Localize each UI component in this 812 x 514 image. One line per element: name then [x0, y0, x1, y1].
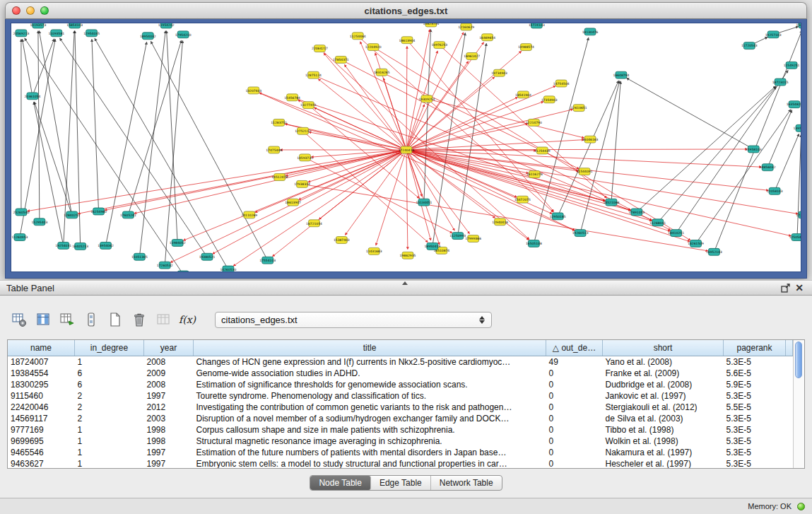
table-cell-in_degree[interactable]: 1 — [75, 356, 144, 368]
table-cell-name[interactable]: 19384554 — [8, 368, 75, 379]
table-row[interactable]: 946554611997Estimation of the future num… — [8, 447, 793, 458]
graph-node[interactable]: 22064217 — [312, 45, 328, 52]
table-cell-name[interactable]: 9115460 — [8, 390, 75, 402]
table-cell-short[interactable]: Tibbo et al. (1998) — [603, 424, 724, 436]
graph-edge[interactable] — [406, 150, 670, 231]
graph-edge[interactable] — [151, 42, 268, 261]
graph-edge[interactable] — [309, 132, 406, 150]
column-header-name[interactable]: name — [8, 340, 75, 356]
table-cell-in_degree[interactable]: 6 — [75, 379, 144, 390]
graph-node[interactable]: 16952103 — [706, 248, 722, 255]
table-cell-title[interactable]: Investigating the contribution of common… — [194, 402, 546, 413]
table-cell-out_degree[interactable]: 0 — [546, 436, 603, 447]
graph-node[interactable]: 17954210 — [175, 31, 192, 38]
graph-edge[interactable] — [139, 31, 165, 257]
graph-edge[interactable] — [134, 150, 406, 214]
graph-node[interactable]: 13954208 — [794, 124, 801, 132]
graph-edge[interactable] — [25, 38, 183, 271]
graph-node[interactable]: 11954202 — [158, 23, 175, 28]
graph-node[interactable]: 14593731 — [297, 154, 313, 161]
graph-edge[interactable] — [406, 33, 464, 150]
graph-node[interactable]: 14521068 — [604, 199, 620, 206]
graph-node[interactable]: 19309254 — [419, 95, 435, 103]
graph-node[interactable]: 12600541 — [175, 271, 192, 271]
graph-node[interactable]: 10193573 — [30, 23, 46, 28]
function-builder-button[interactable]: f(x) — [178, 310, 196, 329]
table-cell-name[interactable]: 22420046 — [8, 402, 75, 413]
graph-edge[interactable] — [78, 150, 406, 214]
table-cell-year[interactable]: 1997 — [144, 458, 194, 469]
table-cell-in_degree[interactable]: 1 — [75, 424, 144, 436]
graph-node[interactable]: 17999366 — [465, 235, 481, 243]
delete-table-button[interactable] — [130, 310, 148, 329]
graph-edge[interactable] — [293, 98, 631, 210]
graph-node[interactable]: 14754504 — [553, 80, 570, 87]
graph-node[interactable]: 11720543 — [741, 42, 758, 49]
graph-edge[interactable] — [183, 150, 406, 240]
table-cell-year[interactable]: 1997 — [144, 447, 194, 458]
table-cell-short[interactable]: Wolkin et al. (1998) — [603, 436, 724, 447]
graph-node[interactable]: 15387403 — [334, 237, 350, 244]
graph-node[interactable]: 14260530 — [220, 266, 237, 271]
graph-edge[interactable] — [696, 110, 791, 243]
table-cell-pagerank[interactable]: 5.9E-5 — [724, 379, 786, 390]
graph-edge[interactable] — [406, 124, 528, 150]
graph-node[interactable]: 16254980 — [90, 208, 107, 215]
graph-node[interactable]: 12940418 — [492, 218, 508, 226]
table-cell-out_degree[interactable]: 0 — [546, 402, 603, 413]
graph-node[interactable]: 16961427 — [464, 53, 480, 60]
graph-node[interactable]: 18541904 — [515, 91, 531, 98]
graph-node[interactable]: 12840251 — [64, 211, 80, 218]
graph-node[interactable]: 18410251 — [668, 230, 684, 237]
table-cell-short[interactable]: Hescheler et al. (1997) — [603, 458, 724, 469]
table-cell-pagerank[interactable]: 5.3E-5 — [724, 436, 786, 447]
column-header-pagerank[interactable]: pagerank — [724, 340, 786, 356]
graph-node[interactable]: 16505108 — [526, 240, 542, 247]
graph-edge[interactable] — [406, 150, 652, 221]
minimize-window-button[interactable] — [26, 6, 35, 15]
table-cell-in_degree[interactable]: 2 — [75, 390, 144, 402]
graph-node[interactable]: 15823754 — [423, 23, 439, 27]
table-cell-year[interactable]: 1997 — [144, 390, 194, 402]
graph-edge[interactable] — [167, 31, 177, 243]
graph-node[interactable]: 11549251 — [784, 62, 800, 69]
tab-network-table[interactable]: Network Table — [431, 476, 502, 490]
graph-edge[interactable] — [384, 78, 406, 150]
table-cell-name[interactable]: 9777169 — [8, 424, 75, 436]
graph-edge[interactable] — [406, 30, 430, 150]
graph-node[interactable]: 18613904 — [399, 37, 416, 44]
graph-edge[interactable] — [33, 39, 54, 96]
graph-node[interactable]: 15295403 — [31, 218, 47, 226]
graph-node[interactable]: 12875124 — [305, 71, 322, 78]
table-cell-pagerank[interactable]: 5.3E-5 — [724, 424, 786, 436]
graph-node[interactable]: 11254439 — [534, 147, 551, 154]
graph-node[interactable]: 12214790 — [526, 119, 542, 126]
table-cell-out_degree[interactable]: 0 — [546, 390, 603, 402]
graph-edge[interactable] — [39, 31, 71, 215]
table-cell-in_degree[interactable]: 1 — [75, 458, 144, 469]
graph-node[interactable]: 20110269 — [241, 211, 257, 218]
graph-node[interactable]: 18954032 — [140, 33, 156, 40]
graph-node[interactable]: 17475448 — [266, 146, 282, 153]
table-cell-in_degree[interactable]: 6 — [75, 368, 144, 379]
graph-node[interactable]: 14512478 — [271, 174, 288, 181]
graph-edge[interactable] — [797, 134, 801, 237]
graph-node[interactable]: 14856032 — [760, 164, 776, 171]
graph-node[interactable]: 19260513 — [572, 230, 589, 237]
graph-node[interactable]: 13207403 — [245, 87, 261, 94]
graph-node[interactable]: 10976253 — [431, 42, 447, 49]
graph-node[interactable]: 12160629 — [458, 23, 474, 30]
table-cell-pagerank[interactable]: 5.5E-5 — [724, 402, 786, 413]
import-table-button[interactable] — [154, 310, 172, 329]
table-cell-name[interactable]: 18724007 — [8, 356, 75, 368]
table-cell-title[interactable]: Estimation of the future numbers of pati… — [194, 447, 546, 458]
table-cell-title[interactable]: Embryonic stem cells: a model to study s… — [194, 458, 546, 469]
table-cell-short[interactable]: Stergiakouli et al. (2012) — [603, 402, 724, 413]
graph-node[interactable]: 15051305 — [131, 253, 148, 260]
table-cell-title[interactable]: Disruption of a novel member of a sodium… — [194, 413, 546, 424]
graph-node[interactable]: 12950185 — [550, 213, 566, 220]
graph-node[interactable]: 17354903 — [541, 96, 558, 103]
graph-node[interactable]: 13261509 — [688, 240, 704, 247]
graph-node[interactable]: 18723015 — [772, 78, 789, 86]
graph-node[interactable]: 12505401 — [789, 234, 801, 241]
